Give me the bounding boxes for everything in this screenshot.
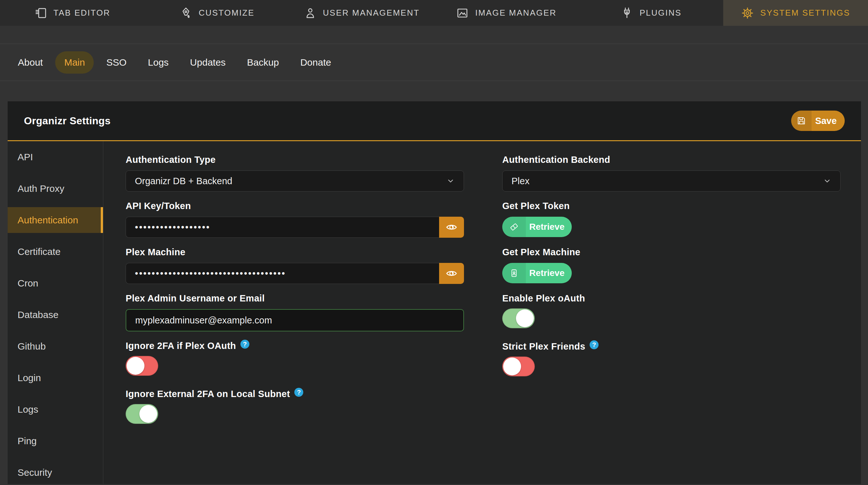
subtab-sso[interactable]: SSO (97, 51, 135, 74)
sidebar-item-auth-proxy[interactable]: Auth Proxy (8, 173, 103, 204)
plex-admin-label: Plex Admin Username or Email (126, 293, 464, 304)
customize-icon (180, 7, 192, 20)
ignore-2fa-label: Ignore 2FA if Plex OAuth (126, 340, 464, 351)
image-manager-icon (456, 7, 469, 20)
plugins-icon (621, 7, 633, 20)
nav-tab-label: PLUGINS (640, 8, 682, 18)
nav-tab-label: USER MANAGEMENT (323, 8, 420, 18)
nav-tab-system-settings[interactable]: SYSTEM SETTINGS (723, 0, 868, 26)
subtab-logs[interactable]: Logs (139, 51, 178, 74)
subtab-updates[interactable]: Updates (181, 51, 235, 74)
enable-plex-oauth-toggle[interactable] (502, 309, 535, 328)
chevron-down-icon (446, 177, 455, 185)
sidebar-item-certificate[interactable]: Certificate (8, 236, 103, 267)
save-icon (791, 110, 811, 131)
authentication-backend-label: Authentication Backend (502, 154, 841, 165)
ignore-external-2fa-toggle[interactable] (126, 404, 158, 424)
nav-tab-user-management[interactable]: USER MANAGEMENT (289, 0, 434, 26)
nav-tab-label: IMAGE MANAGER (475, 8, 556, 18)
nav-tab-plugins[interactable]: PLUGINS (579, 0, 723, 26)
api-key-reveal-button[interactable] (439, 217, 464, 238)
authentication-backend-value: Plex (512, 176, 529, 186)
eye-icon (445, 221, 458, 233)
ignore-2fa-toggle[interactable] (126, 356, 158, 376)
panel-header: Organizr Settings Save (8, 101, 861, 141)
retrieve-plex-token-button[interactable]: Retrieve (502, 217, 572, 237)
get-plex-token-label: Get Plex Token (502, 200, 841, 211)
strict-plex-friends-label: Strict Plex Friends (502, 341, 841, 352)
sidebar-item-database[interactable]: Database (8, 299, 103, 330)
nav-tab-label: SYSTEM SETTINGS (760, 8, 850, 18)
retrieve-plex-machine-button[interactable]: Retrieve (502, 263, 572, 283)
subtab-backup[interactable]: Backup (238, 51, 288, 74)
sidebar-item-github[interactable]: Github (8, 330, 103, 362)
settings-subtabs: About Main SSO Logs Updates Backup Donat… (0, 44, 868, 81)
authentication-type-select[interactable]: Organizr DB + Backend (126, 170, 464, 192)
user-management-icon (304, 7, 317, 20)
help-icon[interactable] (294, 388, 303, 397)
sidebar-item-logs[interactable]: Logs (8, 393, 103, 425)
page-title: Organizr Settings (24, 115, 111, 127)
tab-editor-icon (34, 7, 47, 20)
authentication-type-value: Organizr DB + Backend (135, 176, 232, 186)
save-button[interactable]: Save (791, 110, 845, 131)
plex-admin-input[interactable] (126, 309, 464, 331)
plex-machine-label: Plex Machine (126, 247, 464, 257)
form-right-column: Authentication Backend Plex Get Plex Tok… (502, 154, 841, 437)
sidebar-item-login[interactable]: Login (8, 362, 103, 393)
authentication-type-label: Authentication Type (126, 154, 464, 165)
help-icon[interactable] (241, 340, 249, 349)
sidebar-item-authentication[interactable]: Authentication (8, 204, 103, 236)
subtab-about[interactable]: About (9, 51, 52, 74)
retrieve-button-label: Retrieve (526, 222, 572, 232)
toggle-knob (503, 358, 521, 376)
sidebar-item-cron[interactable]: Cron (8, 267, 103, 299)
form-left-column: Authentication Type Organizr DB + Backen… (126, 154, 464, 437)
authentication-settings-form: Authentication Type Organizr DB + Backen… (103, 141, 861, 484)
ignore-external-2fa-label: Ignore External 2FA on Local Subnet (126, 388, 464, 399)
nav-tab-tab-editor[interactable]: TAB EDITOR (0, 0, 145, 26)
nav-tab-label: TAB EDITOR (54, 8, 111, 18)
settings-panel: Organizr Settings Save API Auth Proxy Au… (8, 101, 861, 484)
ticket-icon (502, 217, 526, 237)
toggle-knob (516, 310, 534, 327)
id-badge-icon (502, 263, 526, 283)
top-navbar: TAB EDITOR CUSTOMIZE USER MANAGEMENT IMA… (0, 0, 868, 26)
settings-sidebar: API Auth Proxy Authentication Certificat… (8, 141, 103, 484)
subtab-main[interactable]: Main (55, 51, 94, 74)
plex-machine-input[interactable] (126, 263, 439, 284)
nav-tab-image-manager[interactable]: IMAGE MANAGER (434, 0, 579, 26)
sidebar-item-ping[interactable]: Ping (8, 425, 103, 457)
retrieve-button-label: Retrieve (526, 268, 572, 278)
toggle-knob (127, 357, 145, 375)
chevron-down-icon (823, 177, 831, 185)
strict-plex-friends-toggle[interactable] (502, 357, 535, 376)
nav-tab-customize[interactable]: CUSTOMIZE (145, 0, 289, 26)
eye-icon (445, 267, 458, 280)
sidebar-item-api[interactable]: API (8, 141, 103, 173)
gear-icon (741, 7, 754, 20)
api-key-label: API Key/Token (126, 200, 464, 211)
subtab-donate[interactable]: Donate (291, 51, 340, 74)
api-key-input[interactable] (126, 217, 439, 238)
authentication-backend-select[interactable]: Plex (502, 170, 841, 192)
help-icon[interactable] (590, 340, 598, 349)
plex-machine-reveal-button[interactable] (439, 263, 464, 284)
toggle-knob (140, 405, 157, 423)
enable-plex-oauth-label: Enable Plex oAuth (502, 293, 841, 304)
nav-tab-label: CUSTOMIZE (199, 8, 254, 18)
save-button-label: Save (811, 116, 845, 126)
get-plex-machine-label: Get Plex Machine (502, 247, 841, 257)
sidebar-item-security[interactable]: Security (8, 457, 103, 484)
